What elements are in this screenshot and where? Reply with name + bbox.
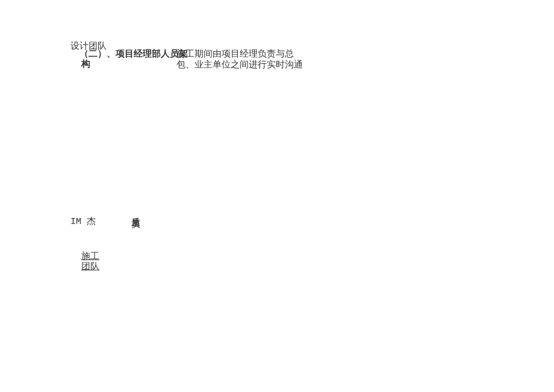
im-jie-label: IM 杰 [70,217,96,228]
construction-team-label-2: 团队 [81,261,99,272]
body-text-line1: 施工期间由项目经理负责与总 [176,48,294,59]
body-text-line2: 包、业主单位之间进行实时沟通 [176,59,303,70]
quality-inspector-label: 质量员 [131,210,142,214]
section-heading: （二）、项目经理部人员架 [79,48,188,59]
section-heading-suffix: 构 [81,58,90,69]
construction-team-label-1: 施工 [81,250,99,261]
